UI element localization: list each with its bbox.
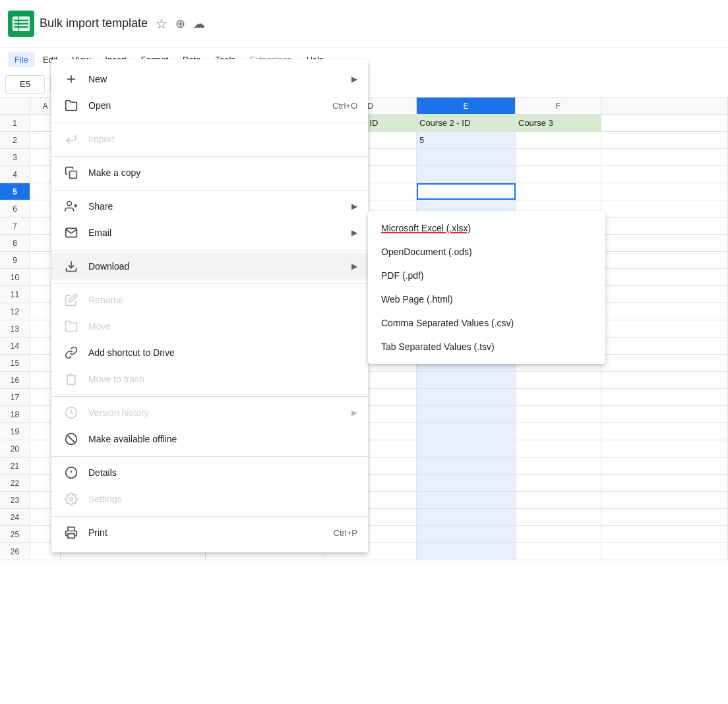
add-shortcut-icon[interactable]: ⊕ xyxy=(175,16,185,31)
row-num-1: 1 xyxy=(0,115,30,131)
download-xlsx[interactable]: Microsoft Excel (.xlsx) xyxy=(368,216,605,240)
menu-item-details-label: Details xyxy=(88,467,357,478)
menu-item-settings[interactable]: Settings xyxy=(51,486,368,512)
cell-f4[interactable] xyxy=(516,166,601,183)
open-shortcut: Ctrl+O xyxy=(332,101,357,111)
col-header-e[interactable]: E xyxy=(417,98,516,114)
menu-item-trash-label: Move to trash xyxy=(88,374,357,384)
copy-icon xyxy=(62,163,80,182)
cell-e3[interactable] xyxy=(417,149,516,165)
svg-rect-19 xyxy=(68,534,75,539)
offline-icon xyxy=(62,430,80,448)
add-shortcut-icon xyxy=(62,343,80,362)
file-menu-section-manage: Rename Move Add shortcut to Drive xyxy=(51,283,368,394)
download-csv-label: Comma Separated Values (.csv) xyxy=(381,318,514,328)
cell-e5[interactable] xyxy=(417,183,516,200)
document-title: Bulk import template xyxy=(40,16,148,30)
file-menu-section-import: Import xyxy=(51,123,368,154)
menu-item-copy[interactable]: Make a copy xyxy=(51,160,368,186)
menu-item-offline[interactable]: Make available offline xyxy=(51,426,368,452)
download-ods-label: OpenDocument (.ods) xyxy=(381,247,472,257)
email-arrow-icon: ▶ xyxy=(351,228,357,237)
move-icon xyxy=(62,317,80,336)
download-arrow-icon: ▶ xyxy=(351,262,357,271)
cell-reference-box[interactable]: E5 xyxy=(5,75,45,94)
row-num-4: 4 xyxy=(0,166,30,183)
title-action-icons: ☆ ⊕ ☁ xyxy=(156,16,205,32)
file-menu-section-copy: Make a copy xyxy=(51,156,368,187)
cell-f1[interactable]: Course 3 xyxy=(516,115,601,131)
new-arrow-icon: ▶ xyxy=(351,74,357,84)
trash-icon xyxy=(62,370,80,388)
share-icon xyxy=(62,197,80,216)
cell-e1[interactable]: Course 2 - ID xyxy=(417,115,516,131)
print-icon xyxy=(62,523,80,542)
menu-item-add-shortcut[interactable]: Add shortcut to Drive xyxy=(51,339,368,366)
email-icon xyxy=(62,223,80,242)
print-shortcut: Ctrl+P xyxy=(334,528,357,538)
row-num-3: 3 xyxy=(0,149,30,165)
cell-e2[interactable]: 5 xyxy=(417,132,516,148)
menu-item-rename[interactable]: Rename xyxy=(51,287,368,313)
cell-f3[interactable] xyxy=(516,149,601,165)
menu-item-email[interactable]: Email ▶ xyxy=(51,220,368,246)
menu-item-details[interactable]: Details xyxy=(51,459,368,486)
formula-divider xyxy=(50,75,51,94)
menu-item-share-label: Share xyxy=(88,201,346,212)
menu-item-new-label: New xyxy=(88,74,346,84)
menu-item-rename-label: Rename xyxy=(88,295,357,305)
cell-f5[interactable] xyxy=(516,183,601,200)
menu-item-import[interactable]: Import xyxy=(51,126,368,152)
menu-item-copy-label: Make a copy xyxy=(88,167,357,178)
menu-item-settings-label: Settings xyxy=(88,494,357,504)
download-html[interactable]: Web Page (.html) xyxy=(368,287,605,311)
app-icon xyxy=(8,11,34,37)
download-tsv-label: Tab Separated Values (.tsv) xyxy=(381,341,495,352)
row-num-2: 2 xyxy=(0,132,30,148)
menu-file[interactable]: File xyxy=(8,52,35,67)
download-icon xyxy=(62,257,80,276)
svg-rect-7 xyxy=(70,171,77,179)
download-tsv[interactable]: Tab Separated Values (.tsv) xyxy=(368,335,605,359)
col-header-rest xyxy=(601,98,728,114)
menu-item-email-label: Email xyxy=(88,227,346,238)
menu-item-open-label: Open xyxy=(88,100,317,111)
file-menu-section-new: New ▶ Open Ctrl+O xyxy=(51,65,368,120)
menu-item-new[interactable]: New ▶ xyxy=(51,66,368,92)
cell-e4[interactable] xyxy=(417,166,516,183)
menu-item-open[interactable]: Open Ctrl+O xyxy=(51,92,368,119)
download-pdf-label: PDF (.pdf) xyxy=(381,270,424,281)
menu-item-move-label: Move xyxy=(88,321,357,332)
cell-rest-5 xyxy=(601,183,728,200)
download-csv[interactable]: Comma Separated Values (.csv) xyxy=(368,311,605,335)
menu-item-download[interactable]: Download ▶ xyxy=(51,253,368,279)
corner-header xyxy=(0,98,30,114)
menu-item-move[interactable]: Move xyxy=(51,313,368,339)
version-history-arrow-icon: ▶ xyxy=(351,408,357,417)
download-submenu: Microsoft Excel (.xlsx) OpenDocument (.o… xyxy=(368,211,605,364)
download-pdf[interactable]: PDF (.pdf) xyxy=(368,264,605,287)
svg-line-14 xyxy=(67,435,75,443)
cell-rest-1 xyxy=(601,115,728,131)
cell-f2[interactable] xyxy=(516,132,601,148)
download-html-label: Web Page (.html) xyxy=(381,294,453,305)
menu-item-share[interactable]: Share ▶ xyxy=(51,193,368,220)
cell-rest-3 xyxy=(601,149,728,165)
menu-item-print-label: Print xyxy=(88,527,318,538)
svg-point-18 xyxy=(70,498,73,501)
menu-item-print[interactable]: Print Ctrl+P xyxy=(51,519,368,546)
cell-rest-2 xyxy=(601,132,728,148)
download-ods[interactable]: OpenDocument (.ods) xyxy=(368,240,605,264)
file-menu-section-history: Version history ▶ Make available offline xyxy=(51,396,368,454)
menu-item-add-shortcut-label: Add shortcut to Drive xyxy=(88,347,357,358)
row-num-5: 5 xyxy=(0,183,30,200)
menu-item-trash[interactable]: Move to trash xyxy=(51,366,368,392)
title-bar: Bulk import template ☆ ⊕ ☁ xyxy=(0,0,728,47)
open-icon xyxy=(62,96,80,115)
import-icon xyxy=(62,130,80,148)
cloud-save-icon[interactable]: ☁ xyxy=(193,16,205,31)
col-header-f[interactable]: F xyxy=(516,98,601,114)
star-icon[interactable]: ☆ xyxy=(156,16,167,32)
settings-icon xyxy=(62,490,80,508)
menu-item-version-history[interactable]: Version history ▶ xyxy=(51,399,368,426)
